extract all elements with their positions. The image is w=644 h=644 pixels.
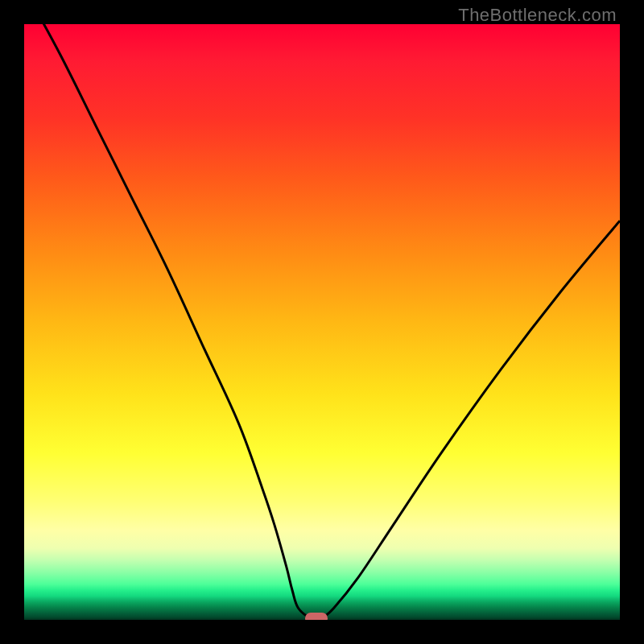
chart-frame: TheBottleneck.com <box>0 0 644 644</box>
curve-path <box>24 24 620 619</box>
watermark-text: TheBottleneck.com <box>458 5 617 26</box>
bottleneck-curve <box>24 24 620 620</box>
plot-area <box>24 24 620 620</box>
optimal-point-marker <box>305 613 328 620</box>
